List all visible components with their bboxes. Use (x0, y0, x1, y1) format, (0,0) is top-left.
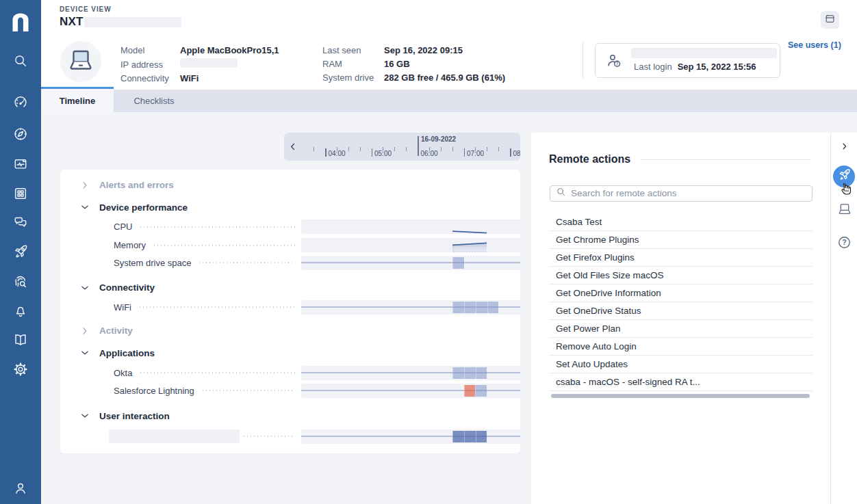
sidebar-item-monitor-pulse-icon[interactable] (0, 157, 41, 172)
section-header-device-performance[interactable]: Device performance (60, 201, 520, 213)
chevron-right-icon[interactable] (831, 142, 857, 151)
remote-action-item[interactable]: Get Chrome Plugins (549, 231, 813, 249)
window-layout-button[interactable] (821, 11, 839, 29)
section-label: Activity (99, 326, 133, 336)
remote-action-item[interactable]: Get OneDrive Status (549, 302, 813, 320)
timeline-block-blue[interactable] (475, 385, 487, 397)
chevron-right-icon (80, 326, 90, 336)
sidebar-item-gauge-icon[interactable] (0, 95, 41, 110)
axis-quarter-tick (452, 147, 453, 151)
metric-line-chart[interactable] (452, 238, 487, 252)
axis-quarter-tick (429, 147, 430, 151)
device-rail-button[interactable] (831, 202, 857, 217)
svg-text:?: ? (616, 61, 619, 66)
chevron-right-icon (80, 181, 90, 190)
user-name-redacted (631, 48, 777, 58)
sidebar-item-apps-grid-icon[interactable] (0, 186, 41, 201)
section-header-activity[interactable]: Activity (60, 325, 520, 337)
horizontal-scrollbar[interactable] (551, 394, 810, 398)
sidebar-item-book-icon[interactable] (0, 332, 41, 347)
axis-quarter-tick (394, 147, 395, 151)
band-baseline (301, 372, 521, 373)
section-header-connectivity[interactable]: Connectivity (60, 282, 520, 294)
axis-quarter-tick (314, 147, 314, 151)
user-card: ? Last loginSep 15, 2022 15:56 (595, 43, 780, 78)
remote-action-item[interactable]: Get Power Plan (549, 320, 813, 338)
book-icon (13, 332, 28, 347)
info-label: Last seen (322, 45, 361, 55)
remote-action-item[interactable]: Get Firefox Plugins (549, 249, 813, 267)
section-header-applications[interactable]: Applications (60, 347, 520, 359)
row-label-cpu: CPU (114, 221, 132, 233)
nexthink-logo-icon (12, 13, 29, 34)
dotted-leader (242, 436, 295, 437)
timeline-block-blue[interactable] (452, 367, 487, 379)
sidebar-item-compass-icon[interactable] (0, 127, 41, 142)
remote-actions-rail-button[interactable] (833, 165, 855, 187)
axis-hour-tick (372, 148, 373, 157)
sidebar-item-chat-icon[interactable] (0, 215, 41, 230)
remote-action-item[interactable]: Get OneDrive Information (549, 284, 813, 302)
timeline-axis[interactable]: 04:0005:0006:0016-09-202207:0008:00 (284, 133, 520, 161)
remote-action-item[interactable]: csaba - macOS - self-signed RA t... (549, 373, 813, 391)
chevron-down-icon (80, 202, 90, 212)
axis-hour-label: 08:00 (513, 150, 521, 157)
search-input[interactable] (571, 188, 806, 198)
chevron-left-icon[interactable] (288, 142, 298, 155)
device-view-eyebrow: DEVICE VIEW (60, 5, 111, 13)
help-rail-button[interactable]: ? (831, 235, 857, 252)
compass-icon (13, 127, 28, 142)
axis-quarter-tick (360, 147, 361, 151)
timeline-band[interactable] (301, 384, 521, 398)
remote-action-item[interactable]: Set Auto Updates (549, 356, 813, 373)
info-label: System drive (322, 72, 374, 83)
timeline-band[interactable] (301, 366, 521, 380)
info-value-redacted (180, 58, 238, 68)
user-icon (13, 481, 28, 496)
remote-action-item[interactable]: Remove Auto Login (549, 338, 813, 356)
remote-action-item[interactable]: Get Old Files Size macOS (549, 267, 813, 284)
timeline-band[interactable] (301, 238, 521, 252)
info-value: 282 GB free / 465.9 GB (61%) (384, 72, 505, 83)
info-value: 16 GB (384, 59, 410, 69)
timeline-band[interactable] (301, 256, 521, 270)
dotted-leader (198, 262, 295, 263)
dotted-leader (139, 372, 295, 373)
axis-quarter-tick (383, 147, 383, 151)
timeline-block-dark[interactable] (452, 431, 487, 442)
sidebar-item-bell-icon[interactable] (0, 304, 41, 319)
main-content: 04:0005:0006:0016-09-202207:0008:00 Aler… (41, 112, 857, 504)
section-header-alerts-and-errors[interactable]: Alerts and errors (60, 179, 520, 191)
section-header-user-interaction[interactable]: User interaction (60, 410, 520, 422)
remote-action-item[interactable]: Csaba Test (549, 213, 813, 231)
timeline-block-blue[interactable] (452, 257, 464, 269)
info-label: Model (120, 45, 144, 55)
remote-actions-search[interactable] (550, 185, 813, 202)
timeline-block-red[interactable] (464, 385, 476, 397)
search-icon (556, 187, 566, 200)
nexthink-logo[interactable] (0, 13, 41, 34)
metric-line-chart[interactable] (452, 220, 487, 234)
timeline-band[interactable] (301, 220, 521, 234)
timeline-band[interactable] (301, 429, 521, 444)
section-label: Connectivity (99, 282, 155, 293)
see-users-link[interactable]: See users (1) (788, 40, 838, 50)
sidebar-item-finder-search-icon[interactable] (0, 274, 41, 289)
sidebar-item-search-icon[interactable] (0, 53, 41, 68)
timeline-band[interactable] (301, 300, 521, 315)
last-login-value: Sep 15, 2022 15:56 (678, 62, 756, 72)
dotted-leader (139, 226, 295, 228)
sidebar-item-gear-icon[interactable] (0, 362, 41, 377)
axis-quarter-tick (406, 147, 407, 151)
window-icon (825, 14, 835, 27)
sidebar-item-user-icon[interactable] (0, 481, 41, 496)
sidebar-item-rocket-icon[interactable] (0, 244, 41, 259)
search-icon (13, 53, 28, 68)
device-name-redacted (84, 17, 181, 27)
tab-timeline[interactable]: Timeline (41, 87, 114, 112)
tab-checklists[interactable]: Checklists (114, 90, 194, 112)
axis-quarter-tick (498, 147, 499, 151)
timeline-block-blue[interactable] (452, 302, 499, 313)
row-label-redacted (109, 429, 240, 443)
svg-text:?: ? (842, 238, 846, 246)
